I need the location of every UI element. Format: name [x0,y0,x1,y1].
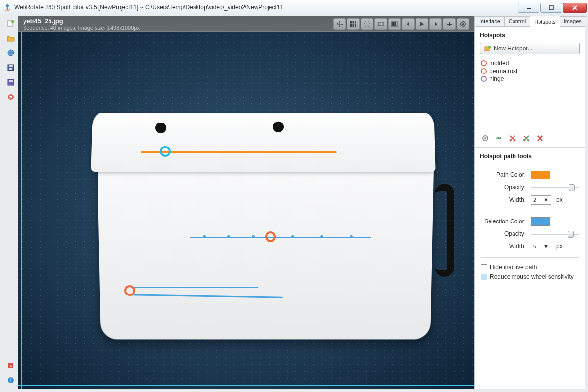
sel-opacity-label: Opacity: [481,230,526,237]
svg-rect-24 [355,21,356,23]
cut-green-icon[interactable] [522,134,531,143]
gear-icon[interactable] [481,134,490,143]
link-icon[interactable] [494,134,503,143]
svg-rect-32 [378,22,383,26]
cut-icon[interactable] [508,134,517,143]
hide-inactive-row[interactable]: Hide inactive path [481,264,579,270]
sel-opacity-slider[interactable] [531,230,579,238]
fullscreen-tool-icon[interactable] [388,18,401,30]
svg-rect-11 [9,65,13,67]
svg-rect-30 [355,25,356,27]
hide-inactive-label: Hide inactive path [490,264,537,270]
svg-point-8 [11,20,14,23]
svg-rect-14 [9,80,13,82]
info-icon[interactable]: i [6,376,15,385]
play-icon[interactable] [416,18,428,30]
canvas-area: yeti45_25.jpg Sequence: 40 images; Image… [18,16,474,389]
titlebar: WebRotate 360 SpotEditor v3.5 [NewProjec… [0,0,588,14]
svg-point-40 [488,46,491,49]
fit-tool-icon[interactable] [374,18,387,30]
svg-rect-25 [350,23,352,24]
globe-icon[interactable] [6,49,15,57]
path-opacity-label: Opacity: [481,184,526,191]
hotspot-actions [475,132,585,148]
hotspot-bullet-icon [481,60,487,66]
hotspots-heading: Hotspots [475,27,585,42]
checkbox-icon[interactable] [481,274,487,280]
reduce-wheel-label: Reduce mouse wheel sensitivity [490,273,574,280]
maximize-button[interactable] [540,3,562,13]
new-hotspot-label: New Hotspot... [494,45,533,52]
guide-right [471,32,471,389]
sel-width-label: Width: [481,243,526,250]
path-opacity-slider[interactable] [531,183,579,191]
sel-width-combo[interactable]: 6▼ [531,242,551,251]
minimize-button[interactable] [518,3,539,13]
path-tools-heading: Hotspot path tools [475,148,585,163]
app-window: WebRotate 360 SpotEditor v3.5 [NewProjec… [0,0,588,392]
path-width-label: Width: [481,196,526,203]
sel-color-swatch[interactable] [531,217,550,226]
guide-top [18,35,474,35]
save-as-icon[interactable] [6,78,15,87]
remove-icon[interactable] [536,134,544,143]
close-button[interactable] [563,3,587,13]
hotspot-item-hinge[interactable]: hinge [481,75,579,83]
canvas-toolbar: yeti45_25.jpg Sequence: 40 images; Image… [18,16,474,32]
open-folder-icon[interactable] [6,34,15,43]
path-color-label: Path Color: [481,172,526,178]
svg-rect-26 [353,23,354,24]
svg-rect-34 [392,22,396,26]
delete-icon[interactable] [6,93,15,101]
path-width-combo[interactable]: 2▼ [531,195,551,205]
settings-gear-icon[interactable] [457,18,469,30]
left-toolbar: A i [3,16,18,389]
hotspot-marker-permafrost[interactable] [265,231,276,242]
hotspot-marker-hinge[interactable] [124,285,135,296]
px-label-2: px [556,243,563,250]
hotspot-item-label: hinge [490,75,504,82]
tab-interface[interactable]: Interface [475,16,505,26]
grid-tool-icon[interactable] [347,18,360,30]
sel-color-label: Selection Color: [481,218,526,225]
svg-rect-1 [7,7,8,10]
window-title: WebRotate 360 SpotEditor v3.5 [NewProjec… [14,4,518,11]
hotspot-path-permafrost[interactable] [190,237,371,238]
properties-panel: Interface Control Hotspots Images Hotspo… [474,16,585,389]
select-tool-icon[interactable] [361,18,373,30]
move-tool-icon[interactable] [333,18,346,30]
viewport[interactable] [18,32,474,389]
svg-point-42 [484,137,486,139]
svg-rect-4 [549,6,553,10]
hotspot-list: molded permafrost hinge [475,58,585,132]
path-color-swatch[interactable] [531,171,550,179]
svg-rect-29 [353,25,354,27]
next-frame-icon[interactable] [429,18,442,30]
hotspot-path-hinge[interactable] [131,287,258,288]
reduce-wheel-row[interactable]: Reduce mouse wheel sensitivity [481,273,579,280]
px-label: px [556,196,563,203]
hotspot-item-molded[interactable]: molded [481,59,579,67]
hotspot-bullet-icon [481,76,487,82]
svg-rect-31 [365,22,369,26]
svg-point-38 [462,23,464,25]
app-icon [3,3,11,11]
hotspot-marker-molded[interactable] [160,146,171,157]
hotspot-item-label: molded [490,60,509,67]
pdf-icon[interactable]: A [6,361,15,370]
panel-tabs: Interface Control Hotspots Images [475,16,585,27]
hotspot-item-permafrost[interactable]: permafrost [481,67,579,75]
svg-rect-22 [350,21,352,23]
tab-images[interactable]: Images [560,16,586,26]
new-hotspot-button[interactable]: New Hotspot... [480,43,580,54]
checkbox-icon[interactable] [481,264,487,270]
prev-frame-icon[interactable] [402,18,415,30]
svg-rect-28 [350,25,352,27]
save-icon[interactable] [6,63,15,72]
new-project-icon[interactable] [6,19,15,28]
hotspot-bullet-icon [481,68,487,74]
tab-control[interactable]: Control [504,16,530,26]
svg-rect-12 [9,68,12,70]
zoom-in-icon[interactable] [443,18,456,30]
tab-hotspots[interactable]: Hotspots [530,17,560,27]
